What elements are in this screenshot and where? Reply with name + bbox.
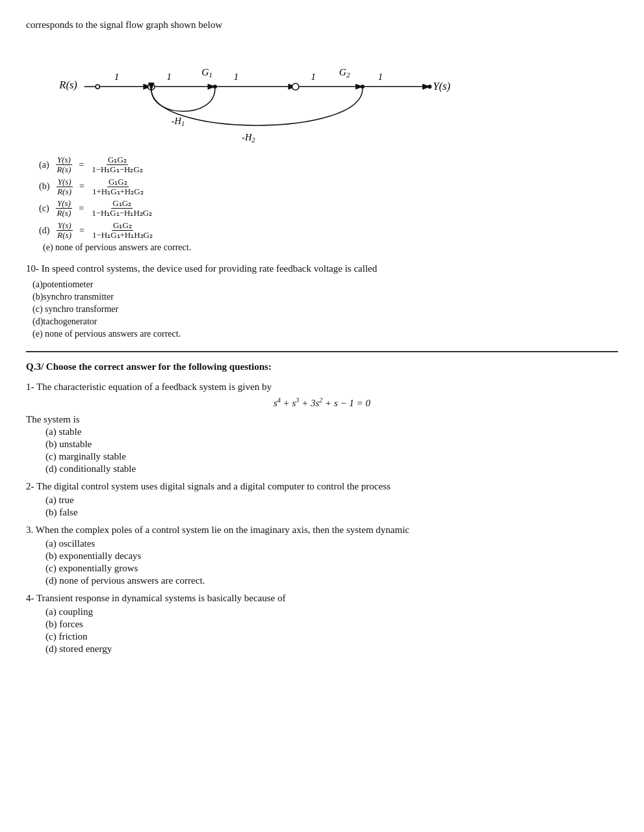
section-divider (26, 351, 618, 352)
tf-fraction-b: G₁G₂ 1+H₁G₁+H₂G₂ (91, 177, 145, 197)
tf-ys-c: Y(s) (56, 199, 72, 209)
q3-header: Q.3/ Choose the correct answer for the f… (26, 361, 618, 372)
svg-text:-H1: -H1 (171, 116, 184, 127)
tf-rs-a: R(s) (56, 165, 73, 174)
q4-option-b: (b) forces (45, 619, 618, 630)
q10-option-b: (b)synchro transmitter (32, 292, 618, 302)
q3-option-a: (a) oscillates (45, 538, 618, 549)
q4-option-a: (a) coupling (45, 606, 618, 618)
tf-fraction-ys-a: Y(s) R(s) (56, 155, 73, 175)
tf-fraction-ys-d: Y(s) R(s) (56, 221, 73, 240)
tf-label-c: (c) (39, 203, 49, 214)
tf-fraction-ys-b: Y(s) R(s) (56, 177, 73, 197)
tf-option-e: (e) none of pervious answers are correct… (43, 242, 618, 253)
q4-options: (a) coupling (b) forces (c) friction (d)… (45, 606, 618, 655)
q1-options: (a) stable (b) unstable (c) marginally s… (45, 426, 618, 474)
tf-num-c: G₁G₂ (111, 199, 133, 209)
q10-option-e: (e) none of pervious answers are correct… (32, 329, 618, 339)
tf-options: (a) Y(s) R(s) = G₁G₂ 1−H₁G₁−H₂G₂ (b) Y(s… (39, 155, 618, 253)
svg-point-12 (292, 83, 298, 90)
tf-den-c: 1−H₁G₁−H₁H₂G₂ (90, 209, 153, 218)
svg-text:R(s): R(s) (58, 79, 77, 91)
q10-option-d: (d)tachogenerator (32, 317, 618, 327)
svg-text:1: 1 (166, 72, 171, 82)
svg-point-16 (360, 84, 364, 88)
svg-text:1: 1 (378, 72, 382, 82)
q2-item: 2- The digital control system uses digit… (26, 481, 618, 518)
svg-text:1: 1 (114, 72, 119, 82)
svg-text:1: 1 (233, 72, 238, 82)
tf-ys-b: Y(s) (57, 177, 73, 187)
q1-item: 1- The characteristic equation of a feed… (26, 382, 618, 474)
tf-num-a: G₁G₂ (107, 155, 128, 165)
q3-options: (a) oscillates (b) exponentially decays … (45, 538, 618, 586)
tf-num-d: G₁G₂ (112, 221, 133, 231)
q2-title: 2- The digital control system uses digit… (26, 481, 618, 492)
q2-options: (a) true (b) false (45, 495, 618, 518)
tf-fraction-ys-c: Y(s) R(s) (56, 199, 73, 218)
q10-options: (a)potentiometer (b)synchro transmitter … (32, 280, 618, 339)
svg-text:G2: G2 (339, 66, 350, 79)
q3-option-b: (b) exponentially decays (45, 551, 618, 562)
svg-point-19 (428, 84, 431, 88)
tf-ys-a: Y(s) (56, 155, 72, 165)
q1-option-c: (c) marginally stable (45, 451, 618, 462)
q2-option-a: (a) true (45, 495, 618, 506)
q3-title: 3. When the complex poles of a control s… (26, 525, 618, 536)
tf-option-d: (d) Y(s) R(s) = G₁G₂ 1−H₁G₁+H₁H₂G₂ (39, 221, 618, 240)
tf-den-a: 1−H₁G₁−H₂G₂ (90, 165, 144, 174)
q10-title: 10- In speed control systems, the device… (26, 263, 618, 274)
tf-label-b: (b) (39, 181, 49, 192)
q1-system-is: The system is (26, 414, 618, 425)
tf-option-a: (a) Y(s) R(s) = G₁G₂ 1−H₁G₁−H₂G₂ (39, 155, 618, 175)
svg-point-2 (96, 84, 99, 88)
q3-option-d: (d) none of pervious answers are correct… (45, 575, 618, 586)
tf-label-d: (d) (39, 226, 49, 236)
tf-rs-d: R(s) (56, 231, 73, 240)
svg-point-9 (213, 84, 216, 88)
q1-title: 1- The characteristic equation of a feed… (26, 382, 618, 393)
tf-den-b: 1+H₁G₁+H₂G₂ (91, 187, 145, 196)
tf-fraction-d: G₁G₂ 1−H₁G₁+H₁H₂G₂ (91, 221, 154, 240)
q1-option-b: (b) unstable (45, 439, 618, 450)
svg-text:1: 1 (311, 72, 315, 82)
signal-flow-graph: R(s) 1 G1 1 1 G2 1 (43, 38, 602, 142)
q4-option-c: (c) friction (45, 631, 618, 642)
tf-option-b: (b) Y(s) R(s) = G₁G₂ 1+H₁G₁+H₂G₂ (39, 177, 618, 197)
intro-text: corresponds to the signal flow graph sho… (26, 20, 618, 31)
tf-fraction-a: G₁G₂ 1−H₁G₁−H₂G₂ (90, 155, 144, 175)
svg-text:-H2: -H2 (242, 132, 255, 142)
tf-option-c: (c) Y(s) R(s) = G₁G₂ 1−H₁G₁−H₁H₂G₂ (39, 199, 618, 218)
q1-option-d: (d) conditionally stable (45, 463, 618, 474)
tf-den-d: 1−H₁G₁+H₁H₂G₂ (91, 231, 154, 240)
tf-fraction-c: G₁G₂ 1−H₁G₁−H₁H₂G₂ (90, 199, 153, 218)
svg-text:G1: G1 (201, 66, 213, 79)
tf-rs-c: R(s) (56, 209, 73, 218)
tf-num-b: G₁G₂ (107, 177, 129, 187)
q3-item: 3. When the complex poles of a control s… (26, 525, 618, 586)
tf-ys-d: Y(s) (57, 221, 73, 231)
tf-label-a: (a) (39, 160, 49, 170)
q10-option-a: (a)potentiometer (32, 280, 618, 290)
q1-option-a: (a) stable (45, 426, 618, 437)
q1-equation: s4 + s3 + 3s2 + s − 1 = 0 (26, 396, 618, 409)
q4-option-d: (d) stored energy (45, 644, 618, 655)
tf-rs-b: R(s) (56, 187, 73, 196)
q4-title: 4- Transient response in dynamical syste… (26, 593, 618, 604)
q4-item: 4- Transient response in dynamical syste… (26, 593, 618, 655)
q2-option-b: (b) false (45, 507, 618, 518)
svg-text:Y(s): Y(s) (433, 80, 450, 92)
q10-option-c: (c) synchro transformer (32, 304, 618, 315)
q3-option-c: (c) exponentially grows (45, 563, 618, 574)
q10-section: 10- In speed control systems, the device… (26, 263, 618, 339)
